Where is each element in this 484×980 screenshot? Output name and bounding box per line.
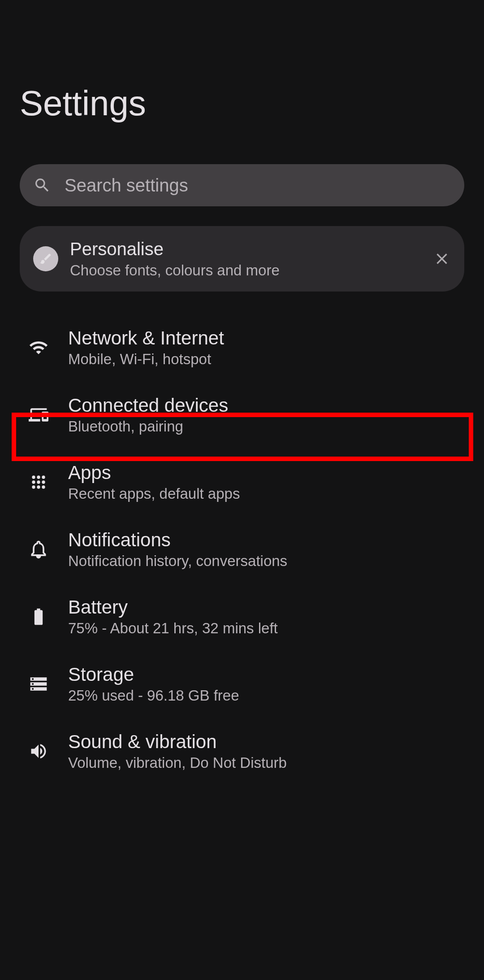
settings-item-battery[interactable]: Battery 75% - About 21 hrs, 32 mins left	[20, 583, 464, 650]
svg-point-5	[42, 480, 45, 483]
volume-icon	[29, 741, 48, 761]
item-subtitle: 25% used - 96.18 GB free	[68, 687, 455, 704]
item-title: Battery	[68, 597, 455, 618]
svg-point-2	[42, 475, 45, 479]
settings-item-network[interactable]: Network & Internet Mobile, Wi-Fi, hotspo…	[20, 314, 464, 381]
personalise-subtitle: Choose fonts, colours and more	[70, 262, 433, 279]
item-subtitle: 75% - About 21 hrs, 32 mins left	[68, 620, 455, 637]
item-title: Network & Internet	[68, 327, 455, 349]
apps-icon	[29, 472, 48, 492]
svg-point-8	[42, 485, 45, 488]
settings-item-storage[interactable]: Storage 25% used - 96.18 GB free	[20, 650, 464, 718]
svg-point-1	[37, 475, 40, 479]
item-title: Sound & vibration	[68, 731, 455, 753]
settings-item-connected-devices[interactable]: Connected devices Bluetooth, pairing	[20, 381, 464, 449]
svg-point-0	[32, 475, 35, 479]
item-subtitle: Mobile, Wi-Fi, hotspot	[68, 351, 455, 368]
bell-icon	[29, 540, 48, 559]
item-subtitle: Recent apps, default apps	[68, 485, 455, 502]
settings-item-sound[interactable]: Sound & vibration Volume, vibration, Do …	[20, 718, 464, 785]
item-title: Notifications	[68, 529, 455, 551]
item-subtitle: Volume, vibration, Do Not Disturb	[68, 754, 455, 771]
item-title: Storage	[68, 664, 455, 685]
settings-item-apps[interactable]: Apps Recent apps, default apps	[20, 449, 464, 516]
close-icon[interactable]	[433, 250, 451, 268]
storage-icon	[29, 674, 48, 694]
page-title: Settings	[20, 0, 464, 164]
settings-item-notifications[interactable]: Notifications Notification history, conv…	[20, 516, 464, 583]
item-subtitle: Notification history, conversations	[68, 553, 455, 570]
item-subtitle: Bluetooth, pairing	[68, 418, 455, 435]
search-bar[interactable]: Search settings	[20, 164, 464, 206]
devices-icon	[29, 405, 48, 425]
search-placeholder: Search settings	[65, 175, 188, 196]
svg-point-3	[32, 480, 35, 483]
svg-point-4	[37, 480, 40, 483]
personalise-title: Personalise	[70, 239, 433, 259]
brush-icon	[33, 246, 58, 271]
personalise-card[interactable]: Personalise Choose fonts, colours and mo…	[20, 226, 464, 292]
battery-icon	[29, 607, 48, 627]
item-title: Apps	[68, 462, 455, 483]
wifi-icon	[29, 338, 48, 357]
svg-point-7	[37, 485, 40, 488]
svg-point-6	[32, 485, 35, 488]
item-title: Connected devices	[68, 395, 455, 416]
search-icon	[33, 176, 51, 194]
